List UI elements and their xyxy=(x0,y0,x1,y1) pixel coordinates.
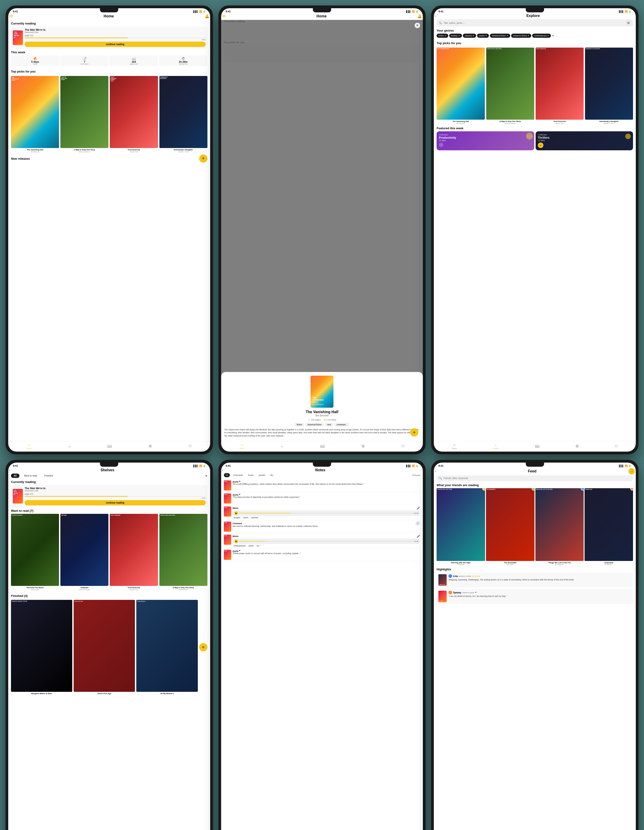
genre-chip-womens[interactable]: women's fiction ✕ xyxy=(511,33,531,38)
shelf-cover-bangkok: BANGKOK WAKES TO RAIN xyxy=(11,600,72,692)
explore-book-map[interactable]: A MAP IS ONLY ONE STORY A Map Is Only On… xyxy=(486,48,534,124)
modal-add-button[interactable]: + xyxy=(410,428,418,437)
filter-tab-quotes[interactable]: Quotes xyxy=(257,473,267,477)
friend-cover-underland: UNDERLAND xyxy=(585,488,633,561)
audio-bar-2[interactable]: ▶ 05:08 xyxy=(233,539,420,544)
nav-feed[interactable]: ⚇ xyxy=(614,444,618,448)
book-author-trust: Susan Choi xyxy=(130,151,138,153)
user-avatar[interactable]: 😊 xyxy=(628,468,635,475)
shelf-book-allmothers[interactable]: All My Mother's All My Mother's xyxy=(136,600,198,695)
search-icon: ⌕ xyxy=(68,444,71,448)
genre-chip-historical[interactable]: historical fiction ✕ xyxy=(490,33,510,38)
collection-productivity[interactable]: Collection Productivity 15 titles › xyxy=(437,131,534,150)
screen-title: Notes xyxy=(223,468,417,472)
nav-feed[interactable]: ⚇ xyxy=(401,444,405,448)
notification-icon[interactable]: 🔔 xyxy=(417,14,422,18)
genre-chip-fiction[interactable]: fiction ✕ xyxy=(437,33,448,38)
shelf-tab-want[interactable]: Want to read xyxy=(21,474,40,478)
audio-bar-1[interactable]: ▶ 02:46 xyxy=(233,510,420,516)
continue-button[interactable]: continue reading xyxy=(25,42,206,47)
genre-chip-poetry[interactable]: poetry ✕ xyxy=(477,33,489,38)
nav-notes[interactable]: ⊞ xyxy=(149,444,152,448)
nav-shelves[interactable]: 📖 xyxy=(535,444,540,448)
nav-notes[interactable]: ⊞ xyxy=(362,444,364,448)
add-button[interactable]: + xyxy=(199,154,207,163)
shelf-book-youexist[interactable]: You Exist Too Much You Exist Too Much Za… xyxy=(11,514,59,591)
friend-book-things[interactable]: THINGS WE LOST IN THE FIRE Things We Los… xyxy=(535,488,584,565)
friend-book-dancing[interactable]: DANCING WITH THE TIGER Dancing with the … xyxy=(437,488,485,565)
nav-home[interactable]: ⌂ Home xyxy=(239,443,244,449)
nav-search[interactable]: ⌕ xyxy=(68,444,71,448)
feed-search-bar[interactable]: 🔍 xyxy=(437,475,633,481)
nav-search[interactable]: ⌕ xyxy=(281,444,283,448)
explore-book-somebody[interactable]: SOMEBODY'S DAUGHTER Somebody's Daughter … xyxy=(585,48,633,124)
book-item-vanishing[interactable]: THEVANISHINGHALF The Vanishing Half Brit… xyxy=(11,76,59,153)
search-bar[interactable]: 🔍 ⊟ xyxy=(437,19,633,27)
shelf-author-untamed: Glennon Doyle xyxy=(79,589,90,591)
top-picks-grid: THE VANISHING HALF The Vanishing Half Br… xyxy=(437,48,633,124)
genre-chip-classics[interactable]: classics ✕ xyxy=(463,33,476,38)
genre-race[interactable]: race xyxy=(325,423,334,426)
tag-personal[interactable]: personal xyxy=(250,516,259,519)
book-item-trust[interactable]: TRUSTEXERCISESUSANCHOI Trust Exercise Su… xyxy=(110,76,158,153)
shelf-book-bangkok[interactable]: BANGKOK WAKES TO RAIN Bangkok Wakes to R… xyxy=(11,600,72,695)
filter-tab-all[interactable]: All xyxy=(224,473,230,477)
book-item-map[interactable]: A MAP ISONLY ONESTORY A Map Is Only One … xyxy=(60,76,108,153)
book-item-somebody[interactable]: SOMEBODY'SDAUGHTER Somebody's Daughter A… xyxy=(160,76,207,153)
add-genre-icon[interactable]: + xyxy=(552,33,554,38)
modal-overlay[interactable]: ✕ THEVANISHINGHALFBRIT BENNETT The Vanis… xyxy=(221,20,423,441)
shelf-book-fun[interactable]: Such a Fun Age Such a Fun Age xyxy=(74,600,135,695)
shelf-cover-map: A MAP IS ONLY ONE STORY xyxy=(160,514,207,586)
shelf-tab-all[interactable]: All xyxy=(11,474,19,478)
add-shelf-icon[interactable]: + xyxy=(205,474,207,478)
notification-icon[interactable]: 🔔 xyxy=(205,14,209,18)
play-button-1[interactable]: ▶ xyxy=(234,511,238,515)
feed-search-input[interactable] xyxy=(443,477,631,480)
collection-thrillers[interactable]: Collection Thrillers 12 titles + xyxy=(536,131,633,150)
shelf-book-trust[interactable]: TRUST EXERCISE Trust Exercise Susan Choi xyxy=(110,514,158,591)
nav-home[interactable]: ⌂ Home xyxy=(27,443,31,449)
shelf-tab-finished[interactable]: Finished xyxy=(42,474,56,478)
nav-notes[interactable]: ⊞ xyxy=(576,444,579,448)
shelves-book-author: Desmond Cole xyxy=(25,489,206,492)
explore-book-trust[interactable]: TRUST EXERCISE Trust Exercise Susan Choi xyxy=(536,48,584,124)
search-input[interactable] xyxy=(443,22,625,24)
genre-chip-fantasy[interactable]: fantasy ✕ xyxy=(449,33,462,38)
collection-arrow-icon[interactable]: › xyxy=(439,143,443,147)
filter-tabs: All Comments Scans Quotes Bo... ⚙ Recent xyxy=(224,473,420,477)
shelf-book-untamed[interactable]: UNTAMED Untamed Glennon Doyle xyxy=(60,514,108,591)
modal-close-button[interactable]: ✕ xyxy=(415,23,420,28)
tag-thoughts[interactable]: thoughts xyxy=(233,516,242,519)
genre-fiction[interactable]: fiction xyxy=(294,423,304,426)
reading-card[interactable]: THESKINWE'REIN The Skin We're In Desmond… xyxy=(11,27,207,49)
shelf-title-untamed: Untamed xyxy=(81,586,88,589)
tag-justice[interactable]: justice xyxy=(247,545,255,547)
play-button-2[interactable]: ▶ xyxy=(234,539,238,543)
filter-recent[interactable]: ⚙ Recent xyxy=(412,474,420,476)
tag-whitesupremacy[interactable]: whitesupremacy xyxy=(233,545,247,547)
nav-explore[interactable]: ⌕ Explore xyxy=(493,443,499,449)
collection-add-button[interactable]: + xyxy=(538,143,543,148)
finished-add-button[interactable]: + xyxy=(199,643,207,651)
nav-home[interactable]: ⌂ Home xyxy=(452,443,457,449)
reading-card[interactable]: THESKINWE'REIN The Skin We're In Desmond… xyxy=(11,485,207,507)
explore-book-vanishing[interactable]: THE VANISHING HALF The Vanishing Half Br… xyxy=(437,48,484,124)
shelves-continue-button[interactable]: continue reading xyxy=(25,500,206,505)
tag-racism[interactable]: racism xyxy=(242,516,250,519)
shelf-book-map[interactable]: A MAP IS ONLY ONE STORY A Map Is Only On… xyxy=(160,514,207,591)
nav-feed[interactable]: ⚇ xyxy=(188,444,191,448)
barcode-icon[interactable]: ⊟ xyxy=(626,21,631,25)
tag-sh[interactable]: sh... xyxy=(255,545,261,547)
nav-shelves[interactable]: 📖 xyxy=(320,444,325,448)
genre-chip-contemporary[interactable]: contemporary ✕ xyxy=(532,33,551,38)
book-author-vanishing: Brit Bennett xyxy=(31,151,40,153)
filter-tab-more[interactable]: Bo... xyxy=(269,473,277,477)
friend-book-underland[interactable]: UNDERLAND Underland R. Macfar... xyxy=(585,488,633,565)
shelves-book-title: The Skin We're In xyxy=(25,487,206,489)
filter-tab-scans[interactable]: Scans xyxy=(246,473,255,477)
friend-book-ensemble[interactable]: THE ENSEMBLE The Ensemble Aja Gabel xyxy=(486,488,535,565)
genre-historical[interactable]: historical fiction xyxy=(305,423,324,426)
filter-tab-comments[interactable]: Comments xyxy=(231,473,245,477)
genre-contempo[interactable]: contempo... xyxy=(334,423,350,426)
nav-shelves[interactable]: 📖 xyxy=(107,444,112,448)
